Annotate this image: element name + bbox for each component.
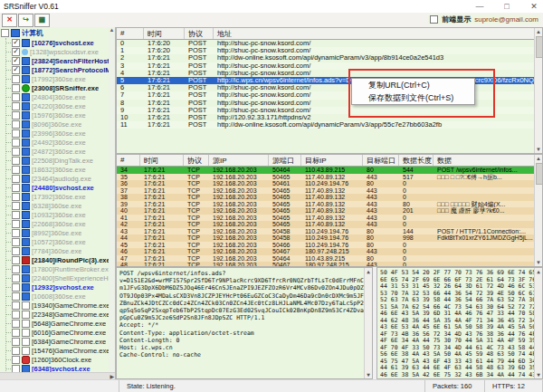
http-table-row[interactable]: 4 17:6:21 POST http://shuc-pc-snow.ksord… [117,70,542,77]
process-checkbox[interactable] [12,120,20,129]
process-checkbox[interactable] [12,93,20,101]
process-tree-item[interactable]: [1260]360Clock.exe [0,355,115,364]
process-checkbox[interactable] [12,247,20,255]
process-tree-item[interactable]: [24804]360se.exe [0,92,115,101]
decode-display-checkbox[interactable] [430,15,438,24]
process-tree-item[interactable]: [24220]360se.exe [0,101,115,110]
context-menu-item[interactable]: 复制URL(Ctrl+C) [352,79,474,91]
http-table-row[interactable]: 0 17:6:20 POST http://shuc-pc-snow.ksord… [117,40,542,47]
col-header-address[interactable]: 地址 [214,28,542,39]
process-tree-item[interactable]: [18632]360se.exe [0,165,115,174]
maximize-icon[interactable]: □ [501,2,512,11]
process-tree-item[interactable]: [21840]iRoundPic(3).exe [0,255,115,264]
scroll-right-icon[interactable]: ▶ [110,373,114,379]
process-checkbox[interactable] [12,229,20,237]
process-checkbox[interactable] [12,48,20,56]
process-checkbox[interactable] [12,175,20,183]
process-tree-item[interactable]: [24492]360se.exe [0,138,115,147]
process-tree-item[interactable]: [12932]svchost.exe [0,282,115,292]
process-tree-item[interactable]: [10932]360se.exe [0,210,115,219]
process-checkbox[interactable] [12,211,20,219]
http-table-row[interactable]: 1 17:6:20 POST http://shuc-pc-snow.ksord… [117,47,542,54]
col-header-protocol[interactable]: 协议 [185,28,214,39]
process-tree-item[interactable]: [5648]GameChrome.exe [0,319,115,328]
col-header-protocol[interactable]: 协议 [184,155,209,166]
process-checkbox[interactable] [12,57,20,65]
process-checkbox[interactable] [12,311,20,319]
process-tree-item[interactable]: [22400]ShellExperienceHost [0,273,115,282]
packet-table-row[interactable]: 38 17:6:21 TCP 192.168.20.203 50465 117.… [117,194,542,201]
process-tree-item[interactable]: [22668]360se.exe [0,219,115,228]
process-tree-item[interactable]: [19340]GameChrome.exe [0,301,115,310]
http-table-row[interactable]: 2 17:6:21 POST http://dw-online.ksosoft.… [117,54,542,62]
col-header-index[interactable]: # [117,28,144,39]
process-tree-item[interactable]: [8096]360se.exe [0,120,115,129]
process-checkbox[interactable] [12,66,20,74]
scroll-down-icon[interactable]: ▼ [365,371,372,378]
col-header-data[interactable]: 数据 [433,155,542,166]
process-checkbox[interactable] [12,102,20,110]
process-checkbox[interactable] [12,220,20,228]
http-table-row[interactable]: 10 17:6:21 POST http://120.92.33.171/htt… [117,114,542,121]
process-tree-item[interactable]: [23824]SearchFilterHost.ex [0,56,115,65]
sidebar-vertical-scrollbar[interactable]: ▲ [109,27,115,373]
process-tree-item[interactable]: [8992]360se.exe [0,228,115,237]
process-tree-item[interactable]: [23464]audiodg.exe [0,174,115,183]
process-checkbox[interactable] [12,139,20,147]
packet-table-row[interactable]: 43 17:6:21 TCP 192.168.20.203 50458 110.… [117,228,542,235]
process-tree-item[interactable]: [22508]DingTalk.exe [0,156,115,165]
packet-table-row[interactable]: 35 17:6:21 TCP 192.168.20.203 50465 117.… [117,174,542,181]
process-checkbox[interactable] [12,265,20,273]
process-tree-item[interactable]: [6328]360se.exe [0,201,115,210]
packet-table-row[interactable]: 41 17:6:21 TCP 192.168.20.203 50465 117.… [117,215,542,222]
process-checkbox[interactable] [12,256,20,264]
scroll-up-icon[interactable]: ▲ [535,268,542,275]
col-header-dest-ip[interactable]: 目标IP [301,155,363,166]
process-tree-item[interactable]: [17800]RuntimeBroker.exe [0,264,115,273]
context-menu-item[interactable]: 保存数据到文件(Ctrl+S) [352,91,474,104]
process-tree-item[interactable]: [23008]SRSniffer.exe [0,83,115,92]
process-checkbox[interactable] [12,39,20,47]
process-tree-item[interactable]: [24480]svchost.exe [0,183,115,192]
packet-table-row[interactable]: 45 17:6:21 TCP 192.168.20.203 50466 110.… [117,242,542,249]
process-tree-item[interactable]: [1328]wpscloudsvr.exe [0,47,115,56]
col-header-index[interactable]: # [117,155,140,166]
http-table-row[interactable]: 11 17:6:21 POST http://dw-online.ksosoft… [117,121,542,129]
process-checkbox[interactable] [12,338,20,346]
scroll-up-icon[interactable]: ▲ [365,268,372,275]
process-checkbox[interactable] [12,292,20,301]
process-tree-item[interactable]: [17992]360se.exe [0,74,115,83]
process-checkbox[interactable] [12,157,20,165]
col-header-time[interactable]: 时间 [140,155,184,166]
request-pane-scrollbar[interactable]: ▲ ▼ [364,268,372,378]
scroll-up-icon[interactable]: ▲ [535,28,542,35]
minimize-icon[interactable]: — [474,2,485,11]
http-table-row[interactable]: 8 17:6:21 POST http://shuc-pc-snow.ksord… [117,100,542,107]
process-tree-item[interactable]: [15976]360se.exe [0,110,115,120]
scroll-thumb[interactable] [536,163,543,185]
http-table-row[interactable]: 9 17:6:21 POST http://shuc-pc-snow.ksord… [117,107,542,114]
process-tree-item[interactable]: [10276]svchost.exe [0,38,115,47]
process-tree-item[interactable]: [24872]360se.exe [0,147,115,156]
process-checkbox[interactable] [12,193,20,201]
scroll-up-icon[interactable]: ▲ [535,155,542,162]
process-tree-item[interactable]: [10608]360se.exe [0,292,115,301]
process-checkbox[interactable] [12,129,20,138]
request-text-pane[interactable]: POST /wpsv6internet/infos.ads?v=D1S1E2&d… [116,267,373,379]
process-tree-item[interactable]: [18772]SearchProtocolMost. [0,65,115,74]
process-checkbox[interactable] [12,202,20,210]
col-header-source-port[interactable]: 源端口 [269,155,301,166]
packet-table-row[interactable]: 46 17:6:21 TCP 192.168.20.203 50467 180.… [117,248,542,255]
stop-capture-button[interactable]: ✕ [2,14,17,27]
computer-checkbox[interactable] [1,29,9,37]
col-header-dest-port[interactable]: 目标端口 [363,155,399,166]
http-table-row[interactable]: 5 17:6:21 POST http://ic.wps.cn/wpsv6int… [117,77,542,84]
process-tree-item[interactable]: [6016]GameChrome.exe [0,328,115,337]
close-icon[interactable]: ✕ [529,2,539,11]
http-table-row[interactable]: 6 17:6:21 POST http://shuc-pc-snow.ksord… [117,84,542,91]
col-header-source-ip[interactable]: 源IP [209,155,269,166]
save-capture-button[interactable]: ▦ [34,14,50,27]
packet-table-row[interactable]: 47 17:6:21 TCP 192.168.20.203 50464 110.… [117,255,542,263]
process-checkbox[interactable] [12,274,20,282]
process-checkbox[interactable] [12,84,20,92]
